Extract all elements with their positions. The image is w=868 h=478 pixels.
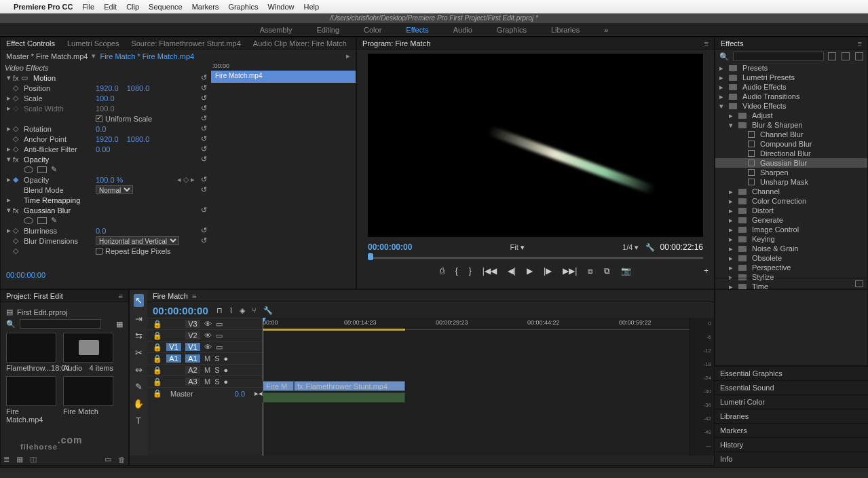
mask-rect-icon[interactable] (37, 217, 47, 224)
panel-menu-icon[interactable]: ≡ (192, 292, 196, 300)
menu-sequence[interactable]: Sequence (149, 3, 183, 11)
twirl-icon[interactable]: ▸ (5, 196, 13, 204)
reset-icon[interactable]: ↺ (201, 104, 207, 113)
effects-item[interactable]: Unsharp Mask (715, 177, 867, 187)
effects-folder[interactable]: ▸Noise & Grain (715, 244, 867, 253)
twirl-icon[interactable]: ▸ (5, 145, 13, 153)
reset-icon[interactable]: ↺ (201, 206, 207, 215)
workspace-overflow-icon[interactable]: » (604, 26, 608, 34)
tab-project[interactable]: Project: First Edit (6, 292, 63, 300)
keyframe-toggle-icon[interactable]: ◇ (13, 84, 21, 92)
twirl-icon[interactable]: ▸ (729, 197, 736, 206)
keyframe-toggle-icon[interactable]: ◇ (13, 246, 21, 255)
mute-icon[interactable]: M (204, 378, 210, 386)
effect-controls-timeline[interactable]: :00:00 Fire Match.mp4 (211, 62, 356, 269)
menu-graphics[interactable]: Graphics (228, 3, 258, 11)
ec-master-clip[interactable]: Master * Fire Match.mp4 (6, 52, 88, 60)
slip-tool-icon[interactable]: ⇔ (135, 365, 143, 375)
effects-folder[interactable]: ▸Perspective (715, 263, 867, 272)
tab-essential-sound[interactable]: Essential Sound (715, 380, 868, 394)
workspace-assembly[interactable]: Assembly (260, 26, 293, 34)
tab-essential-graphics[interactable]: Essential Graphics (715, 366, 868, 380)
timeline-area[interactable]: 00:00 00:00:14:23 00:00:29:23 00:00:44:2… (263, 318, 690, 456)
twirl-icon[interactable]: ▸ (719, 64, 726, 73)
reset-icon[interactable]: ↺ (201, 73, 207, 82)
fx-badge-icon[interactable]: fx (13, 206, 21, 215)
32bit-filter-icon[interactable] (855, 52, 863, 60)
twirl-icon[interactable]: ▸ (729, 187, 736, 196)
project-filter-icon[interactable]: ▦ (116, 320, 123, 329)
program-timecode[interactable]: 00:00:00:00 (368, 242, 412, 252)
twirl-icon[interactable]: ▸ (5, 104, 13, 113)
effects-folder[interactable]: ▸Audio Transitions (715, 92, 867, 101)
accelerated-filter-icon[interactable] (842, 52, 850, 60)
zoom-fit-select[interactable]: Fit (510, 243, 518, 251)
lock-icon[interactable]: 🔒 (153, 331, 162, 340)
lock-icon[interactable]: 🔒 (153, 320, 162, 329)
tab-source[interactable]: Source: Flamethrower Stunt.mp4 (131, 39, 240, 48)
effects-folder[interactable]: ▸Generate (715, 215, 867, 225)
lock-icon[interactable]: 🔒 (153, 378, 162, 386)
workspace-libraries[interactable]: Libraries (551, 26, 580, 34)
tab-audio-clip-mixer[interactable]: Audio Clip Mixer: Fire Match (253, 39, 347, 48)
anchor-y[interactable]: 1080.0 (127, 135, 150, 143)
mute-icon[interactable]: M (204, 366, 210, 374)
tab-sequence[interactable]: Fire Match (153, 292, 188, 300)
panel-menu-icon[interactable]: ≡ (858, 39, 862, 48)
twirl-icon[interactable]: ▾ (5, 73, 13, 82)
lock-icon[interactable]: 🔒 (153, 389, 162, 398)
panel-menu-icon[interactable]: ≡ (704, 39, 709, 48)
ripple-tool-icon[interactable]: ⇆ (135, 331, 143, 341)
voiceover-icon[interactable]: ● (224, 354, 229, 363)
tab-libraries[interactable]: Libraries (715, 409, 868, 423)
wrench-icon[interactable]: 🔧 (263, 306, 273, 315)
toggle-output-icon[interactable]: 👁 (204, 331, 212, 339)
twirl-icon[interactable]: ▾ (5, 206, 13, 215)
icon-view-icon[interactable]: ▦ (16, 455, 23, 464)
mute-icon[interactable]: ▭ (216, 331, 223, 340)
effects-folder[interactable]: ▸Image Control (715, 225, 867, 234)
reset-icon[interactable]: ↺ (201, 124, 207, 133)
master-value[interactable]: 0.0 (235, 390, 245, 398)
twirl-icon[interactable]: ▸ (729, 254, 736, 263)
source-patch-a1[interactable]: A1 (166, 354, 181, 363)
source-patch-v1[interactable]: V1 (166, 343, 181, 351)
scale-value[interactable]: 100.0 (96, 94, 115, 103)
reset-icon[interactable]: ↺ (201, 175, 207, 184)
effects-folder[interactable]: ▾Video Effects (715, 101, 867, 111)
twirl-icon[interactable]: ▾ (5, 155, 13, 164)
timeline-clip[interactable]: Fire M (263, 381, 294, 391)
timeline-timecode[interactable]: 00:00:00:00 (153, 305, 208, 316)
effect-motion[interactable]: Motion (31, 74, 105, 82)
uniform-scale-checkbox[interactable] (96, 115, 102, 122)
playhead-icon[interactable] (368, 253, 373, 260)
keyframe-toggle-icon[interactable]: ◇ (13, 226, 21, 235)
reset-icon[interactable]: ↺ (201, 94, 207, 103)
bin-item[interactable]: Audio4 items (63, 333, 113, 372)
panel-menu-icon[interactable]: ≡ (119, 292, 123, 300)
step-forward-button[interactable]: |▶ (544, 266, 552, 276)
collapse-icon[interactable]: ▸◂ (254, 389, 263, 398)
menu-markers[interactable]: Markers (192, 3, 219, 11)
effects-folder[interactable]: ▸Presets (715, 63, 867, 73)
blur-dimensions-select[interactable]: Horizontal and Vertical (96, 236, 179, 245)
timeline-audio-clip[interactable] (263, 392, 405, 403)
hand-tool-icon[interactable]: ✋ (133, 399, 144, 409)
effects-folder[interactable]: ▸Lumetri Presets (715, 73, 867, 82)
twirl-icon[interactable]: ▸ (729, 225, 736, 234)
go-to-in-button[interactable]: |◀◀ (483, 266, 497, 276)
twirl-icon[interactable]: ▸ (729, 244, 736, 253)
new-item-icon[interactable]: ▭ (105, 455, 111, 464)
twirl-icon[interactable]: ▸ (729, 235, 736, 244)
track-v1[interactable]: V1 (185, 343, 200, 351)
program-viewer[interactable] (368, 54, 703, 237)
opacity-value[interactable]: 100.0 % (96, 176, 123, 184)
effects-folder[interactable]: ▸Keying (715, 234, 867, 244)
freeform-view-icon[interactable]: ◫ (30, 455, 37, 464)
extract-button[interactable]: ⧉ (604, 266, 610, 276)
ec-current-timecode[interactable]: 00:00:00:00 (1, 269, 356, 281)
twirl-icon[interactable]: ▸ (729, 206, 736, 215)
pen-tool-icon[interactable]: ✎ (135, 382, 143, 392)
bin-item[interactable]: Fire Match.mp4 (6, 376, 56, 424)
mark-out-button[interactable]: } (469, 266, 472, 276)
